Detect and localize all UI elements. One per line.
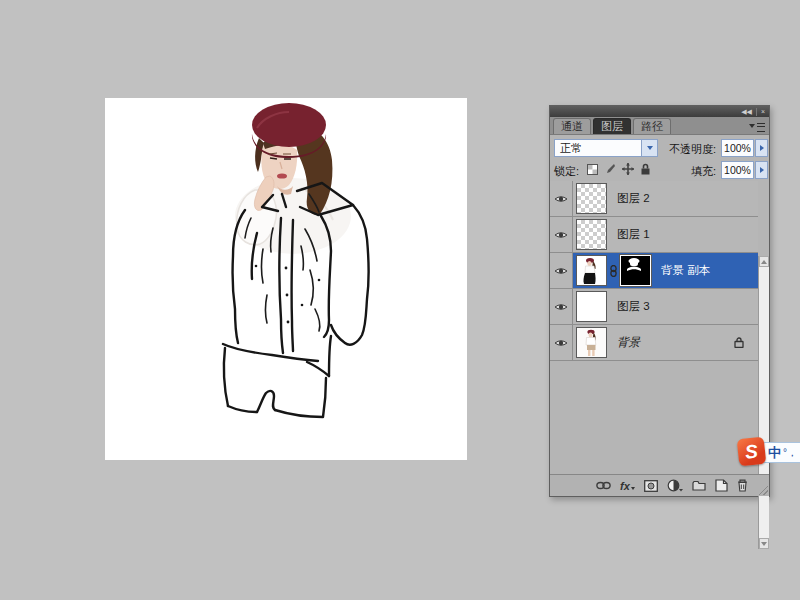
triangle-up-icon	[761, 260, 767, 264]
layer-row-layer3[interactable]: 图层 3	[550, 289, 758, 325]
visibility-cell[interactable]	[550, 253, 573, 288]
layer-thumbnail[interactable]	[576, 183, 607, 214]
layer-row-background[interactable]: 背景	[550, 325, 758, 361]
ime-mode-chinese[interactable]: 中	[768, 444, 781, 462]
lock-position-move-icon[interactable]	[622, 163, 634, 175]
blend-mode-value: 正常	[555, 141, 641, 156]
layer-thumbnail[interactable]	[576, 327, 607, 358]
add-layer-mask-icon[interactable]	[644, 480, 658, 492]
layer-name: 图层 3	[617, 299, 650, 314]
link-layers-icon[interactable]	[596, 481, 611, 490]
opacity-label: 不透明度:	[669, 142, 716, 157]
collapse-panel-button[interactable]: ◀◀	[737, 107, 756, 117]
ime-toolbar[interactable]: 中 °， S	[738, 438, 800, 468]
blend-mode-dropdown[interactable]: 正常	[554, 139, 658, 157]
mask-link-icon[interactable]	[609, 265, 618, 277]
layers-list: 图层 2 图层 1 背景	[550, 181, 769, 474]
layer-name: 背景	[617, 335, 640, 350]
opacity-slider-button[interactable]	[755, 139, 768, 157]
fill-slider-button[interactable]	[755, 161, 768, 179]
delete-layer-trash-icon[interactable]	[737, 479, 748, 492]
layer-mask-thumbnail[interactable]	[620, 255, 651, 286]
lock-all-icon[interactable]	[640, 163, 651, 175]
triangle-down-icon	[761, 542, 767, 546]
fill-label: 填充:	[691, 164, 716, 179]
visibility-cell[interactable]	[550, 325, 573, 360]
fill-input[interactable]: 100%	[721, 161, 754, 179]
visibility-cell[interactable]	[550, 217, 573, 252]
tab-layers[interactable]: 图层	[593, 118, 631, 134]
scroll-up-button[interactable]	[759, 256, 769, 267]
chevron-down-icon	[647, 146, 653, 150]
ime-status-bar[interactable]: 中 °，	[762, 442, 800, 463]
sogou-s-letter: S	[744, 441, 759, 461]
new-group-icon[interactable]	[692, 480, 706, 491]
new-layer-icon[interactable]	[715, 479, 728, 492]
lock-label: 锁定:	[554, 164, 579, 179]
layer-thumbnail[interactable]	[576, 219, 607, 250]
lock-transparency-icon[interactable]	[587, 164, 598, 175]
panel-titlebar: ◀◀ ×	[550, 106, 769, 117]
panel-menu-icon[interactable]	[749, 120, 765, 132]
fx-menu-arrow-icon	[631, 487, 635, 490]
sogou-ime-logo[interactable]: S	[737, 437, 767, 467]
layer-thumbnail[interactable]	[576, 255, 607, 286]
dropdown-button[interactable]	[641, 140, 657, 156]
menu-lines-icon	[757, 123, 765, 132]
layers-panel: ◀◀ × 通道 图层 路径 正常 不透明度: 100% 锁定: 填充: 100%	[549, 105, 770, 497]
lock-buttons	[587, 163, 651, 175]
layer-row-background-copy[interactable]: 背景 副本	[550, 253, 758, 289]
layer-row-layer2[interactable]: 图层 2	[550, 181, 758, 217]
eye-icon[interactable]	[554, 230, 568, 240]
layer-name: 背景 副本	[661, 263, 710, 278]
scroll-down-button[interactable]	[759, 538, 769, 549]
visibility-cell[interactable]	[550, 181, 573, 216]
eye-icon[interactable]	[554, 266, 568, 276]
tab-paths[interactable]: 路径	[633, 118, 671, 134]
opacity-input[interactable]: 100%	[721, 139, 754, 157]
eye-icon[interactable]	[554, 302, 568, 312]
layer-thumbnail[interactable]	[576, 291, 607, 322]
artwork-woman-sketch	[105, 98, 467, 460]
ime-punctuation[interactable]: °，	[783, 446, 797, 460]
panel-tabstrip: 通道 图层 路径	[550, 117, 769, 135]
arrow-right-icon	[760, 145, 764, 151]
lock-pixels-brush-icon[interactable]	[604, 163, 616, 175]
background-lock-icon	[734, 336, 744, 348]
layer-row-layer1[interactable]: 图层 1	[550, 217, 758, 253]
layer-name: 图层 1	[617, 227, 650, 242]
new-adjustment-layer-icon[interactable]	[667, 479, 683, 492]
eye-icon[interactable]	[554, 194, 568, 204]
menu-triangle-icon	[749, 124, 755, 128]
tab-channels[interactable]: 通道	[553, 118, 591, 134]
close-panel-button[interactable]: ×	[757, 107, 769, 117]
panel-resize-grip[interactable]	[759, 486, 768, 495]
layers-bottom-toolbar: fx	[550, 474, 769, 496]
arrow-right-icon	[760, 167, 764, 173]
document-canvas[interactable]	[105, 98, 467, 460]
fx-label: fx	[620, 480, 630, 492]
layer-style-fx-icon[interactable]: fx	[620, 480, 635, 492]
visibility-cell[interactable]	[550, 289, 573, 324]
layers-scrollbar[interactable]	[758, 256, 769, 549]
layer-name: 图层 2	[617, 191, 650, 206]
eye-icon[interactable]	[554, 338, 568, 348]
